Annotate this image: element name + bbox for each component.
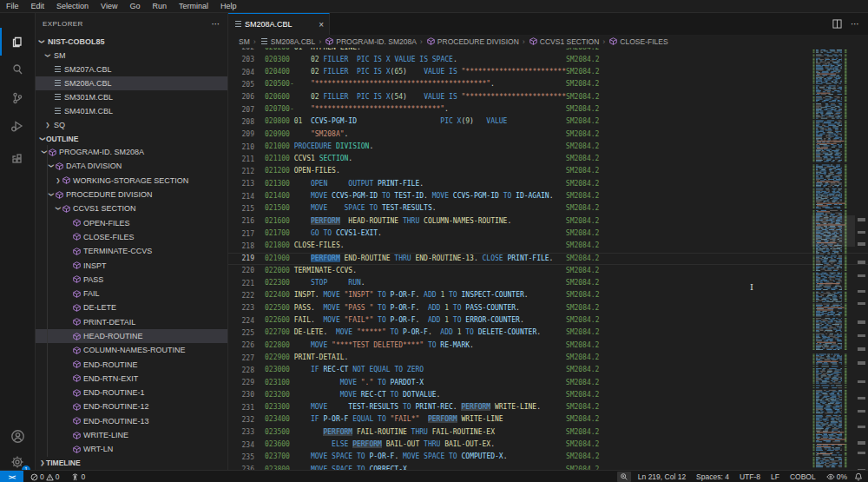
menu-file[interactable]: File — [0, 0, 25, 12]
run-debug-icon[interactable] — [0, 112, 35, 140]
eol-indicator[interactable]: LF — [767, 471, 783, 482]
code-line-209[interactable]: 209020900 "SM208A". SM2084.2 — [228, 129, 868, 141]
line-number[interactable]: 231 — [228, 404, 254, 412]
folder-sm[interactable]: ❯SM — [36, 49, 227, 63]
code-line-226[interactable]: 226022800 MOVE "****TEST DELETED****" TO… — [228, 340, 868, 352]
line-number[interactable]: 221 — [228, 280, 254, 287]
line-number[interactable]: 219 — [228, 254, 254, 262]
ports-status[interactable]: 0 — [68, 471, 89, 482]
line-number[interactable]: 235 — [228, 453, 254, 461]
code-line-204[interactable]: 204020400 02 FILLER PIC IS X(65) VALUE I… — [228, 66, 868, 78]
code-line-232[interactable]: 232023400 IF P-OR-F EQUAL TO "FAIL*" PER… — [228, 413, 868, 426]
menu-run[interactable]: Run — [146, 0, 173, 12]
zoom-status-icon[interactable] — [617, 472, 631, 482]
code-line-207[interactable]: 207020700- "****************************… — [228, 103, 868, 116]
menu-help[interactable]: Help — [214, 0, 243, 12]
code-line-220[interactable]: 220022000 TERMINATE-CCVS. SM2084.2 — [228, 265, 868, 277]
code-line-213[interactable]: 213021300 OPEN OUTPUT PRINT-FILE. SM2084… — [228, 178, 868, 190]
line-number[interactable]: 203 — [228, 56, 254, 63]
line-number[interactable]: 212 — [228, 168, 254, 175]
minimap[interactable] — [812, 48, 855, 470]
code-line-224[interactable]: 224022600 FAIL. MOVE "FAIL*" TO P-OR-F. … — [228, 314, 868, 327]
line-number[interactable]: 226 — [228, 341, 254, 349]
cursor-position[interactable]: Ln 219, Col 12 — [635, 471, 689, 482]
code-line-221[interactable]: 221022300 STOP RUN. SM2084.2 — [228, 277, 868, 289]
code-line-206[interactable]: 206020600 02 FILLER PIC IS X(54) VALUE I… — [228, 91, 868, 103]
outline-item-column-names-routine[interactable]: COLUMN-NAMES-ROUTINE — [36, 343, 227, 357]
code-line-229[interactable]: 229023100 MOVE "." TO PARDOT-X SM2084.2 — [228, 377, 868, 389]
code-line-225[interactable]: 225022700 DE-LETE. MOVE "*****" TO P-OR-… — [228, 327, 868, 339]
outline-item-program-id-sm208a[interactable]: ❯PROGRAM-ID. SM208A — [36, 145, 227, 159]
line-number[interactable]: 233 — [228, 428, 254, 436]
outline-item-procedure-division[interactable]: ❯PROCEDURE DIVISION — [36, 188, 227, 201]
breadcrumb-sm[interactable]: SM — [239, 37, 250, 46]
line-number[interactable]: 218 — [228, 242, 254, 250]
line-number[interactable]: 207 — [228, 106, 254, 114]
line-number[interactable]: 216 — [228, 217, 254, 225]
encoding[interactable]: UTF-8 — [736, 471, 764, 482]
menu-view[interactable]: View — [95, 0, 123, 12]
line-number[interactable]: 213 — [228, 180, 254, 188]
breadcrumb-sm208a-cbl[interactable]: SM208A.CBL — [260, 37, 316, 46]
code-line-215[interactable]: 215021500 MOVE SPACE TO TEST-RESULTS. SM… — [228, 202, 868, 215]
outline-item-end-routine-12[interactable]: END-ROUTINE-12 — [36, 399, 227, 413]
breadcrumb-program-id-sm208a[interactable]: PROGRAM-ID. SM208A — [325, 37, 417, 46]
code-line-234[interactable]: 234023600 ELSE PERFORM BAIL-OUT THRU BAI… — [228, 439, 868, 451]
account-icon[interactable] — [0, 422, 35, 450]
search-icon[interactable] — [0, 56, 35, 83]
code-line-203[interactable]: 203020300 02 FILLER PIC IS X VALUE IS SP… — [228, 54, 868, 66]
line-number[interactable]: 230 — [228, 391, 254, 399]
line-number[interactable]: 205 — [228, 81, 254, 89]
timeline-section-header[interactable]: ❯ TIMELINE — [36, 457, 227, 470]
extensions-icon[interactable] — [0, 145, 35, 173]
menu-go[interactable]: Go — [123, 0, 146, 12]
line-number[interactable]: 210 — [228, 143, 254, 151]
outline-section-header[interactable]: ❯ OUTLINE — [36, 132, 227, 145]
outline-item-wrt-ln[interactable]: WRT-LN — [36, 442, 227, 456]
file-sm208a-cbl[interactable]: SM208A.CBL — [36, 76, 227, 90]
outline-item-data-division[interactable]: ❯DATA DIVISION — [36, 159, 227, 173]
views-more-actions-icon[interactable]: ⋯ — [212, 19, 220, 29]
outline-item-end-rtn-exit[interactable]: END-RTN-EXIT — [36, 372, 227, 386]
outline-item-write-line[interactable]: WRITE-LINE — [36, 428, 227, 442]
outline-item-pass[interactable]: PASS — [36, 273, 227, 287]
code-line-227[interactable]: 227022900 PRINT-DETAIL. SM2084.2 — [228, 352, 868, 364]
tree-root[interactable]: ❯NIST-COBOL85 — [36, 35, 227, 49]
code-line-216[interactable]: 216021600 PERFORM HEAD-ROUTINE THRU COLU… — [228, 215, 868, 228]
outline-item-end-routine-1[interactable]: END-ROUTINE-1 — [36, 386, 227, 399]
remote-indicator[interactable]: >< — [0, 471, 23, 482]
menu-terminal[interactable]: Terminal — [173, 0, 214, 12]
outline-item-inspt[interactable]: INSPT — [36, 258, 227, 272]
code-line-222[interactable]: 222022400 INSPT. MOVE "INSPT" TO P-OR-F.… — [228, 289, 868, 301]
outline-item-print-detail[interactable]: PRINT-DETAIL — [36, 315, 227, 329]
line-number[interactable]: 215 — [228, 205, 254, 213]
editor-more-actions-icon[interactable]: ⋯ — [851, 19, 859, 29]
line-number[interactable]: 229 — [228, 379, 254, 386]
code-line-233[interactable]: 233023500 PERFORM FAIL-ROUTINE THRU FAIL… — [228, 426, 868, 439]
folder-sq[interactable]: ❯SQ — [36, 118, 227, 132]
code-line-212[interactable]: 212021200 OPEN-FILES. SM2084.2 — [228, 165, 868, 177]
code-line-202[interactable]: 202020200 01 HYPHEN-LINE. SM2084.2 — [228, 48, 868, 54]
breadcrumb-ccvs1-section[interactable]: CCVS1 SECTION — [529, 37, 600, 46]
code-line-223[interactable]: 223022500 PASS. MOVE "PASS " TO P-OR-F. … — [228, 302, 868, 314]
outline-item-end-routine[interactable]: END-ROUTINE — [36, 357, 227, 371]
line-number[interactable]: 222 — [228, 292, 254, 300]
line-number[interactable]: 224 — [228, 317, 254, 325]
split-editor-icon[interactable] — [832, 19, 842, 29]
code-line-235[interactable]: 235023700 MOVE SPACE TO P-OR-F. MOVE SPA… — [228, 451, 868, 463]
line-number[interactable]: 209 — [228, 130, 254, 138]
line-number[interactable]: 225 — [228, 329, 254, 337]
code-line-231[interactable]: 231023300 MOVE TEST-RESULTS TO PRINT-REC… — [228, 401, 868, 413]
line-number[interactable]: 202 — [228, 48, 254, 51]
code-line-210[interactable]: 210021000 PROCEDURE DIVISION. SM2084.2 — [228, 141, 868, 153]
code-line-214[interactable]: 214021400 MOVE CCVS-PGM-ID TO TEST-ID. M… — [228, 190, 868, 202]
code-line-219[interactable]: 219021900 PERFORM END-ROUTINE THRU END-R… — [228, 253, 868, 265]
file-sm301m-cbl[interactable]: SM301M.CBL — [36, 90, 227, 104]
menu-selection[interactable]: Selection — [50, 0, 95, 12]
code-line-228[interactable]: 228023000 IF REC-CT NOT EQUAL TO ZERO SM… — [228, 364, 868, 376]
line-number[interactable]: 227 — [228, 354, 254, 362]
language-mode[interactable]: COBOL — [786, 471, 819, 482]
outline-item-close-files[interactable]: CLOSE-FILES — [36, 230, 227, 244]
code-line-208[interactable]: 208020800 01 CCVS-PGM-ID PIC X(9) VALUE … — [228, 116, 868, 128]
screencast-status[interactable]: 0% — [823, 471, 851, 482]
